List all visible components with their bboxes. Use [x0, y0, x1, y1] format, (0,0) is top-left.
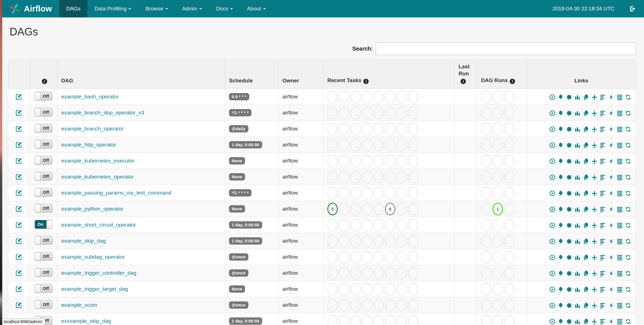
trigger-dag-icon[interactable]: [549, 319, 555, 324]
dag-run-circle[interactable]: [504, 171, 514, 183]
recent-task-circle[interactable]: [408, 187, 418, 199]
trigger-dag-icon[interactable]: [549, 110, 555, 116]
edit-dag-button[interactable]: [15, 109, 22, 115]
graph-view-icon[interactable]: [566, 158, 572, 164]
tree-view-icon[interactable]: [558, 303, 564, 308]
code-icon[interactable]: [608, 222, 614, 228]
task-duration-icon[interactable]: [575, 319, 580, 324]
dag-run-circle[interactable]: [493, 187, 503, 199]
task-duration-icon[interactable]: [575, 238, 580, 244]
recent-task-circle[interactable]: [327, 267, 338, 279]
dag-name-link[interactable]: example_skip_dag: [61, 238, 106, 244]
schedule-badge[interactable]: */1 * * * *: [229, 189, 251, 197]
code-icon[interactable]: [608, 142, 614, 148]
landing-times-icon[interactable]: [591, 206, 597, 212]
code-icon[interactable]: [608, 270, 614, 276]
graph-view-icon[interactable]: [566, 238, 572, 244]
recent-task-circle[interactable]: [408, 283, 418, 295]
dag-pause-toggle[interactable]: Off: [35, 156, 53, 165]
schedule-badge[interactable]: None: [229, 205, 245, 213]
refresh-icon[interactable]: [625, 174, 631, 180]
tree-view-icon[interactable]: [558, 206, 564, 212]
recent-task-circle[interactable]: [385, 315, 395, 325]
graph-view-icon[interactable]: [566, 319, 572, 324]
recent-task-circle[interactable]: [350, 107, 361, 119]
schedule-badge[interactable]: @once: [229, 269, 248, 277]
refresh-icon[interactable]: [625, 222, 631, 228]
recent-task-circle[interactable]: [362, 123, 372, 135]
recent-task-circle[interactable]: [339, 91, 349, 103]
dag-run-circle[interactable]: [481, 123, 491, 135]
logout-icon[interactable]: [629, 5, 636, 12]
task-tries-icon[interactable]: [583, 206, 589, 212]
landing-times-icon[interactable]: [591, 303, 597, 308]
edit-dag-button[interactable]: [15, 270, 22, 276]
refresh-icon[interactable]: [625, 110, 631, 116]
dag-name-link[interactable]: example_short_circuit_operator: [61, 222, 136, 228]
recent-task-circle[interactable]: [327, 91, 338, 103]
recent-task-circle[interactable]: [350, 187, 361, 199]
refresh-icon[interactable]: [625, 94, 631, 100]
recent-task-circle[interactable]: [339, 107, 349, 119]
recent-task-circle[interactable]: [385, 251, 395, 263]
dag-name-link[interactable]: example_trigger_target_dag: [61, 286, 128, 292]
dag-run-circle[interactable]: [493, 123, 503, 135]
recent-task-circle[interactable]: [408, 203, 418, 215]
schedule-badge[interactable]: */1 * * * *: [229, 109, 251, 116]
recent-task-circle[interactable]: [396, 299, 407, 312]
recent-task-circle[interactable]: [396, 107, 407, 119]
graph-view-icon[interactable]: [566, 142, 572, 148]
recent-task-circle[interactable]: [339, 283, 349, 295]
recent-task-circle[interactable]: [327, 107, 338, 119]
refresh-icon[interactable]: [625, 142, 631, 148]
edit-dag-button[interactable]: [15, 302, 22, 308]
recent-task-circle[interactable]: [373, 219, 384, 231]
logs-icon[interactable]: [617, 158, 623, 164]
dag-pause-toggle[interactable]: Off: [35, 188, 53, 197]
recent-task-circle[interactable]: [396, 235, 407, 247]
dag-run-circle[interactable]: [493, 283, 503, 295]
task-duration-icon[interactable]: [575, 286, 580, 292]
dag-run-circle[interactable]: [504, 187, 514, 199]
recent-task-circle[interactable]: [350, 203, 361, 215]
graph-view-icon[interactable]: [566, 174, 572, 180]
tree-view-icon[interactable]: [558, 190, 564, 196]
gantt-icon[interactable]: [600, 110, 606, 116]
edit-dag-button[interactable]: [15, 254, 22, 259]
code-icon[interactable]: [608, 254, 614, 260]
recent-task-circle[interactable]: [385, 187, 395, 199]
recent-task-circle[interactable]: [327, 187, 338, 199]
nav-item-docs[interactable]: Docs: [209, 0, 240, 17]
recent-task-circle[interactable]: [396, 91, 407, 103]
recent-task-circle[interactable]: [327, 155, 338, 167]
nav-item-admin[interactable]: Admin: [175, 0, 209, 17]
recent-task-circle[interactable]: [339, 187, 349, 199]
logs-icon[interactable]: [617, 238, 623, 244]
recent-task-circle[interactable]: [408, 251, 418, 263]
logs-icon[interactable]: [617, 94, 623, 100]
dag-name-link[interactable]: example_bash_operator: [61, 94, 119, 100]
code-icon[interactable]: [608, 286, 614, 292]
graph-view-icon[interactable]: [566, 254, 572, 260]
dag-pause-toggle[interactable]: Off: [35, 172, 53, 181]
edit-dag-button[interactable]: [15, 141, 22, 147]
recent-task-circle[interactable]: [327, 235, 338, 247]
graph-view-icon[interactable]: [566, 222, 572, 228]
recent-task-circle[interactable]: [362, 251, 372, 263]
recent-task-circle[interactable]: [362, 283, 372, 295]
gantt-icon[interactable]: [600, 254, 606, 260]
recent-task-circle[interactable]: [408, 155, 418, 167]
recent-task-circle[interactable]: [327, 299, 338, 312]
dag-name-link[interactable]: example_python_operator: [61, 206, 123, 212]
schedule-badge[interactable]: 1 day, 0:00:00: [229, 237, 262, 245]
logs-icon[interactable]: [617, 126, 623, 132]
trigger-dag-icon[interactable]: [549, 142, 555, 148]
task-tries-icon[interactable]: [583, 238, 589, 244]
recent-task-circle[interactable]: [339, 315, 349, 325]
recent-task-circle[interactable]: [396, 219, 407, 231]
task-tries-icon[interactable]: [583, 174, 589, 180]
gantt-icon[interactable]: [600, 190, 606, 196]
dag-pause-toggle[interactable]: Off: [35, 124, 53, 133]
dag-run-circle[interactable]: [504, 267, 514, 279]
dag-run-circle[interactable]: [493, 267, 503, 279]
